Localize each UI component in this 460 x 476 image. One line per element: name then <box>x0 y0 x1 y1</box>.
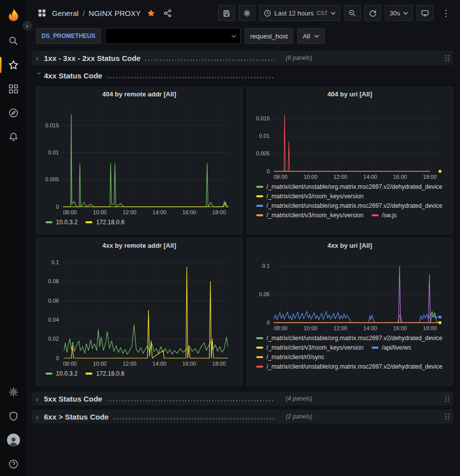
svg-text:14:00: 14:00 <box>152 361 166 367</box>
svg-text:0.06: 0.06 <box>48 298 59 304</box>
timeseries-chart[interactable]: 00.0050.010.01508:0010:0012:0014:0016:00… <box>252 101 448 181</box>
timeseries-chart[interactable]: 00.050.108:0010:0012:0014:0016:0018:00 <box>252 253 448 333</box>
panel-legend: 10.0.3.2172.18.0.6 <box>41 368 237 381</box>
legend-item[interactable]: /sw.js <box>372 212 397 219</box>
datasource-variable-label[interactable]: DS_PROMETHEUS <box>36 28 101 44</box>
panel-legend: /_matrix/client/unstable/org.matrix.msc2… <box>252 333 448 381</box>
sidebar-item-configuration[interactable] <box>0 380 27 404</box>
variables-bar: DS_PROMETHEUS request_host All <box>27 26 460 46</box>
legend-series-name: /_matrix/client/unstable/org.matrix.msc2… <box>267 183 443 190</box>
row-drag-handle[interactable] <box>445 413 450 421</box>
legend-item[interactable]: /_matrix/client/v3/room_keys/version <box>256 344 364 351</box>
svg-text:12:00: 12:00 <box>123 209 137 215</box>
svg-text:18:00: 18:00 <box>212 209 226 215</box>
svg-text:0.05: 0.05 <box>259 291 269 297</box>
legend-swatch <box>85 221 92 223</box>
row-5xx[interactable]: › 5xx Status Code (4 panels) <box>32 392 453 406</box>
datasource-variable-select[interactable] <box>105 28 241 44</box>
zoom-out-button[interactable] <box>344 5 361 21</box>
legend-item[interactable]: 10.0.3.2 <box>45 219 77 226</box>
legend-swatch <box>256 214 263 216</box>
panel-legend: 10.0.3.2172.18.0.6 <box>41 217 237 230</box>
breadcrumb-separator: / <box>82 9 84 17</box>
legend-item[interactable]: /_matrix/client/unstable/org.matrix.msc2… <box>256 363 443 370</box>
svg-text:16:00: 16:00 <box>182 209 196 215</box>
row-panel-count: (6 panels) <box>286 54 312 61</box>
svg-text:0.005: 0.005 <box>45 176 59 182</box>
row-drag-handle[interactable] <box>445 54 450 62</box>
share-icon <box>163 9 172 17</box>
avatar-silhouette-icon <box>8 436 19 447</box>
breadcrumb-dashboard-title[interactable]: NGINX PROXY <box>89 9 141 17</box>
legend-item[interactable]: /api/live/ws <box>372 344 412 351</box>
row-title-group: › 4xx Status Code <box>36 71 279 80</box>
panel-title[interactable]: 4xx by uri [All] <box>252 242 448 253</box>
svg-text:12:00: 12:00 <box>333 174 347 180</box>
sidebar-item-starred[interactable] <box>0 53 27 77</box>
save-dashboard-button[interactable] <box>218 5 235 21</box>
legend-swatch <box>372 214 379 216</box>
timeseries-chart[interactable]: 00.0050.010.01508:0010:0012:0014:0016:00… <box>41 101 237 217</box>
timeseries-chart[interactable]: 00.020.040.060.080.108:0010:0012:0014:00… <box>41 253 237 368</box>
sidebar-item-search[interactable] <box>0 29 27 53</box>
row-1xx-3xx-2xx[interactable]: › 1xx - 3xx - 2xx Status Code (6 panels) <box>32 51 453 65</box>
dotted-leader <box>144 59 275 61</box>
legend-swatch <box>45 373 52 375</box>
grafana-logo[interactable] <box>3 5 23 25</box>
main-area: General / NGINX PROXY Last 12 hours CST <box>27 0 460 476</box>
kebab-menu-button[interactable]: ⋮ <box>438 5 454 21</box>
legend-series-name: 10.0.3.2 <box>56 219 77 226</box>
dashboard-settings-button[interactable] <box>239 5 255 21</box>
sidebar-expand-button[interactable]: › <box>22 21 32 30</box>
legend-item[interactable]: /_matrix/client/v3/room_keys/version <box>256 212 364 219</box>
legend-item[interactable]: 10.0.3.2 <box>45 370 77 377</box>
legend-item[interactable]: 172.18.0.6 <box>85 370 124 377</box>
sidebar-item-explore[interactable] <box>0 101 27 125</box>
svg-text:0.01: 0.01 <box>48 149 59 155</box>
sidebar-item-server-admin[interactable] <box>0 404 27 428</box>
time-range-label: Last 12 hours <box>274 9 314 17</box>
legend-series-name: /sw.js <box>382 212 397 219</box>
row-title: 5xx Status Code <box>44 395 102 403</box>
row-4xx[interactable]: › 4xx Status Code <box>32 69 453 82</box>
legend-item[interactable]: /_matrix/client/v3/room_keys/version <box>256 193 364 200</box>
chevron-down-icon: › <box>35 72 44 80</box>
share-button[interactable] <box>161 7 174 19</box>
sidebar <box>0 0 27 476</box>
legend-item[interactable]: 172.18.0.6 <box>85 219 124 226</box>
legend-swatch <box>256 356 263 358</box>
dotted-leader <box>106 400 275 402</box>
grafana-app: › General / NGINX PROXY <box>0 0 460 476</box>
dashboard-scroll-area[interactable]: › 1xx - 3xx - 2xx Status Code (6 panels)… <box>27 46 460 476</box>
favorite-star-button[interactable] <box>145 7 157 19</box>
sidebar-item-alerting[interactable] <box>0 125 27 149</box>
svg-text:0.01: 0.01 <box>259 133 269 139</box>
sidebar-item-profile[interactable] <box>0 428 27 452</box>
legend-swatch <box>256 205 263 207</box>
panel-title[interactable]: 4xx by remote addr [All] <box>41 242 237 253</box>
apps-grid-button[interactable] <box>36 7 48 19</box>
panel-title[interactable]: 404 by uri [All] <box>252 90 448 101</box>
legend-item[interactable]: /_matrix/client/unstable/org.matrix.msc2… <box>256 335 443 342</box>
row-drag-handle[interactable] <box>445 395 450 403</box>
refresh-button[interactable] <box>365 5 381 21</box>
time-range-picker[interactable]: Last 12 hours CST <box>259 5 340 21</box>
svg-text:08:00: 08:00 <box>63 361 77 367</box>
panel-4xx-by-uri: 4xx by uri [All] 00.050.108:0010:0012:00… <box>247 238 454 386</box>
panel-title[interactable]: 404 by remote addr [All] <box>41 90 237 101</box>
request-host-variable-select[interactable]: All <box>297 28 324 44</box>
monitor-icon <box>421 9 429 17</box>
legend-series-name: /_matrix/client/v3/room_keys/version <box>267 344 364 351</box>
sidebar-item-dashboards[interactable] <box>0 77 27 101</box>
legend-series-name: /_matrix/client/r0/sync <box>267 354 325 361</box>
legend-series-name: /_matrix/client/unstable/org.matrix.msc2… <box>267 202 443 209</box>
row-6xx[interactable]: › 6xx > Status Code (2 panels) <box>32 410 453 424</box>
sidebar-item-help[interactable] <box>0 452 27 476</box>
refresh-interval-picker[interactable]: 30s <box>385 5 413 21</box>
legend-item[interactable]: /_matrix/client/unstable/org.matrix.msc2… <box>256 183 443 190</box>
breadcrumb-folder[interactable]: General <box>52 9 78 17</box>
tv-mode-button[interactable] <box>417 5 434 21</box>
legend-item[interactable]: /_matrix/client/r0/sync <box>256 354 325 361</box>
legend-item[interactable]: /_matrix/client/unstable/org.matrix.msc2… <box>256 202 443 209</box>
save-icon <box>223 9 230 17</box>
